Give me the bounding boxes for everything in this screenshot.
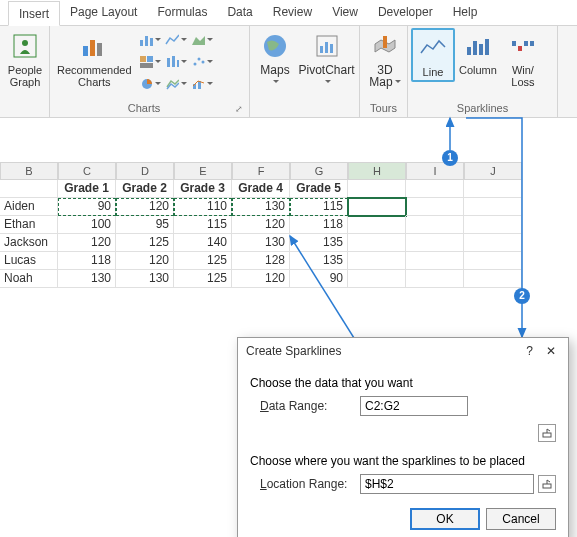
chart-scatter-icon[interactable] <box>190 52 214 72</box>
chart-pie-icon[interactable] <box>138 74 162 94</box>
tab-page-layout[interactable]: Page Layout <box>60 0 147 25</box>
cell[interactable]: 110 <box>174 198 232 216</box>
data-range-ref-button[interactable] <box>538 424 556 442</box>
help-button[interactable]: ? <box>521 344 539 358</box>
maps-button[interactable]: Maps <box>253 28 297 90</box>
location-range-input[interactable] <box>361 477 533 491</box>
cell[interactable] <box>464 252 522 270</box>
cell[interactable]: 95 <box>116 216 174 234</box>
chart-hier-icon[interactable] <box>138 52 162 72</box>
recommended-charts-button[interactable]: Recommended Charts <box>53 28 136 90</box>
pivotchart-button[interactable]: PivotChart <box>297 28 356 90</box>
cell[interactable]: 115 <box>290 198 348 216</box>
svg-rect-26 <box>467 47 471 55</box>
tab-help[interactable]: Help <box>443 0 488 25</box>
cell[interactable] <box>406 180 464 198</box>
cell[interactable]: 130 <box>232 198 290 216</box>
close-button[interactable]: ✕ <box>542 344 560 358</box>
col-header-E[interactable]: E <box>174 162 232 180</box>
col-header-J[interactable]: J <box>464 162 522 180</box>
col-header-C[interactable]: C <box>58 162 116 180</box>
cell[interactable] <box>406 252 464 270</box>
charts-dialog-launcher[interactable]: ⤢ <box>235 104 246 114</box>
cell[interactable]: Jackson <box>0 234 58 252</box>
cell[interactable]: 120 <box>116 252 174 270</box>
cell[interactable] <box>464 198 522 216</box>
cell[interactable]: 135 <box>290 252 348 270</box>
cell[interactable]: Grade 4 <box>232 180 290 198</box>
cell[interactable]: Noah <box>0 270 58 288</box>
sparkline-column-button[interactable]: Column <box>455 28 501 78</box>
svg-rect-22 <box>320 46 323 53</box>
cell[interactable]: Grade 1 <box>58 180 116 198</box>
cell[interactable]: 125 <box>116 234 174 252</box>
cell[interactable] <box>406 234 464 252</box>
cell[interactable] <box>406 198 464 216</box>
col-header-F[interactable]: F <box>232 162 290 180</box>
cell[interactable]: 135 <box>290 234 348 252</box>
cell[interactable] <box>348 252 406 270</box>
cell[interactable]: Aiden <box>0 198 58 216</box>
chart-surface-icon[interactable] <box>164 74 188 94</box>
cell[interactable]: 125 <box>174 270 232 288</box>
ok-button[interactable]: OK <box>410 508 480 530</box>
sparkline-winloss-button[interactable]: Win/ Loss <box>501 28 545 90</box>
tab-developer[interactable]: Developer <box>368 0 443 25</box>
cell[interactable] <box>348 234 406 252</box>
cell[interactable]: 140 <box>174 234 232 252</box>
cell[interactable]: 130 <box>58 270 116 288</box>
cell[interactable]: Grade 2 <box>116 180 174 198</box>
cell[interactable] <box>464 270 522 288</box>
cancel-button[interactable]: Cancel <box>486 508 556 530</box>
cell[interactable]: 90 <box>58 198 116 216</box>
tab-formulas[interactable]: Formulas <box>147 0 217 25</box>
tab-view[interactable]: View <box>322 0 368 25</box>
cell[interactable] <box>348 216 406 234</box>
chart-line-icon[interactable] <box>164 30 188 50</box>
cell[interactable] <box>0 180 58 198</box>
tab-data[interactable]: Data <box>217 0 262 25</box>
col-header-I[interactable]: I <box>406 162 464 180</box>
col-header-G[interactable]: G <box>290 162 348 180</box>
cell[interactable]: 125 <box>174 252 232 270</box>
cell[interactable]: 90 <box>290 270 348 288</box>
cell[interactable]: Ethan <box>0 216 58 234</box>
cell[interactable]: 118 <box>58 252 116 270</box>
chart-area-icon[interactable] <box>190 30 214 50</box>
tab-review[interactable]: Review <box>263 0 322 25</box>
cell[interactable]: Grade 3 <box>174 180 232 198</box>
cell[interactable] <box>348 180 406 198</box>
cell[interactable] <box>464 216 522 234</box>
chart-stat-icon[interactable] <box>164 52 188 72</box>
cell[interactable]: 120 <box>232 270 290 288</box>
cell[interactable]: 130 <box>116 270 174 288</box>
cell[interactable]: 115 <box>174 216 232 234</box>
location-range-ref-button[interactable] <box>538 475 556 493</box>
chart-bar-icon[interactable] <box>138 30 162 50</box>
col-header-B[interactable]: B <box>0 162 58 180</box>
cell[interactable] <box>406 270 464 288</box>
cell[interactable]: 128 <box>232 252 290 270</box>
cell[interactable]: 120 <box>232 216 290 234</box>
cell[interactable] <box>348 270 406 288</box>
cell[interactable] <box>406 216 464 234</box>
people-graph-button[interactable]: People Graph <box>3 28 47 90</box>
sparkline-line-button[interactable]: Line <box>411 28 455 82</box>
chart-combo-icon[interactable] <box>190 74 214 94</box>
data-range-input[interactable] <box>361 399 467 413</box>
cell[interactable]: 118 <box>290 216 348 234</box>
cell[interactable] <box>348 198 406 216</box>
cell[interactable]: Lucas <box>0 252 58 270</box>
cell[interactable] <box>464 234 522 252</box>
3d-map-button[interactable]: 3D Map <box>363 28 407 90</box>
cell[interactable] <box>464 180 522 198</box>
col-header-D[interactable]: D <box>116 162 174 180</box>
cell[interactable]: 120 <box>116 198 174 216</box>
cell[interactable]: 120 <box>58 234 116 252</box>
cell[interactable]: 100 <box>58 216 116 234</box>
cell[interactable]: Grade 5 <box>290 180 348 198</box>
col-header-H[interactable]: H <box>348 162 406 180</box>
cell[interactable]: 130 <box>232 234 290 252</box>
tab-insert[interactable]: Insert <box>8 1 60 26</box>
svg-rect-10 <box>140 63 153 68</box>
